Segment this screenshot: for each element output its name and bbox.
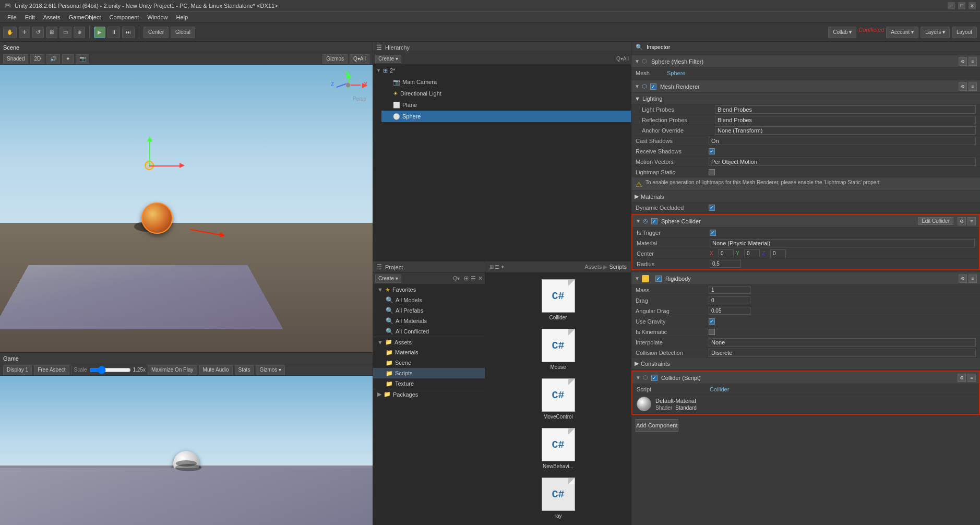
menu-component[interactable]: Component — [105, 11, 143, 23]
rotate-tool-btn[interactable]: ↺ — [32, 27, 44, 38]
dynamic-occluded-checkbox[interactable] — [709, 205, 715, 211]
script-movecontrol[interactable]: C# MoveControl — [489, 376, 627, 422]
aspect-btn[interactable]: Free Aspect — [34, 365, 69, 375]
add-component-btn[interactable]: Add Component — [636, 419, 678, 432]
rigidbody-check[interactable] — [655, 276, 662, 282]
stats-btn[interactable]: Stats — [235, 365, 254, 375]
hierarchy-item-dirlight[interactable]: ☀ Directional Light — [381, 88, 631, 99]
hierarchy-item-maincamera[interactable]: 📷 Main Camera — [381, 76, 631, 88]
center-z[interactable] — [770, 249, 786, 257]
scene-folder[interactable]: 📁 Scene — [373, 357, 485, 368]
hierarchy-item-scene[interactable]: ▼ ⊞ 2* — [373, 65, 631, 76]
lightmap-static-checkbox[interactable] — [709, 169, 715, 175]
gizmos-btn[interactable]: Gizmos — [322, 54, 348, 64]
mesh-filter-header[interactable]: ▼ ⬡ Sphere (Mesh Filter) ⚙ ≡ — [631, 55, 980, 68]
script-value[interactable]: Collider — [710, 386, 975, 392]
spherecollider-check[interactable] — [651, 218, 658, 224]
scene-tab[interactable]: Scene — [3, 44, 19, 51]
meshfilter-settings-btn[interactable]: ⚙ — [959, 57, 967, 66]
project-close-icon[interactable]: ✕ — [478, 275, 483, 282]
step-btn[interactable]: ⏭ — [122, 27, 135, 38]
menu-gameobject[interactable]: GameObject — [65, 11, 105, 23]
hierarchy-item-plane[interactable]: ⬜ Plane — [381, 99, 631, 111]
play-btn[interactable]: ▶ — [94, 27, 105, 38]
fav-all-materials[interactable]: 🔍 All Materials — [373, 316, 485, 326]
hierarchy-create-btn[interactable]: Create ▾ — [375, 55, 401, 63]
fav-all-models[interactable]: 🔍 All Models — [373, 295, 485, 305]
scene-canvas[interactable]: Y X Z Persp — [0, 65, 373, 352]
colliderscript-check[interactable] — [651, 375, 658, 381]
materials-section[interactable]: ▶ Materials — [631, 191, 980, 202]
hand-tool-btn[interactable]: ✋ — [3, 27, 17, 38]
mass-value[interactable] — [709, 286, 750, 294]
is-kinematic-checkbox[interactable] — [709, 329, 715, 335]
fav-all-conflicted[interactable]: 🔍 All Conflicted — [373, 326, 485, 337]
is-trigger-checkbox[interactable] — [710, 230, 716, 236]
project-list-icon[interactable]: ☰ — [471, 275, 476, 282]
menu-edit[interactable]: Edit — [21, 11, 39, 23]
colliderscript-menu-btn[interactable]: ≡ — [967, 374, 976, 382]
texture-folder[interactable]: 📁 Texture — [373, 378, 485, 389]
reflection-probes-value[interactable]: Blend Probes — [715, 116, 976, 124]
view-toggle-2[interactable]: ☰ — [495, 264, 499, 270]
view-toggle-1[interactable]: ⊞ — [489, 264, 494, 270]
mute-btn[interactable]: Mute Audio — [199, 365, 233, 375]
cast-shadows-value[interactable]: On — [709, 137, 976, 145]
scale-slider[interactable] — [89, 366, 131, 374]
use-gravity-checkbox[interactable] — [709, 318, 715, 325]
all-btn[interactable]: Q▾All — [350, 54, 369, 64]
spherecollider-settings-btn[interactable]: ⚙ — [958, 217, 966, 225]
display-btn[interactable]: Display 1 — [3, 365, 32, 375]
meshrenderer-settings-btn[interactable]: ⚙ — [959, 82, 967, 91]
scene-camera-btn[interactable]: 📷 — [76, 54, 89, 64]
close-btn[interactable]: ✕ — [969, 2, 976, 9]
project-create-btn[interactable]: Create ▾ — [375, 275, 401, 283]
menu-file[interactable]: File — [3, 11, 21, 23]
packages-folder[interactable]: ▶ 📁 Packages — [373, 389, 485, 399]
meshrenderer-check[interactable] — [650, 83, 656, 90]
collider-script-header[interactable]: ▼ ⬡ Collider (Script) ⚙ ≡ — [632, 372, 979, 384]
script-mouse[interactable]: C# Mouse — [489, 327, 627, 372]
script-newbehaviour[interactable]: C# NewBehavi... — [489, 426, 627, 471]
audio-btn[interactable]: 🔊 — [46, 54, 60, 64]
constraints-section[interactable]: ▶ Constraints — [631, 358, 980, 369]
favorites-folder[interactable]: ▼ ★ Favorites — [373, 284, 485, 295]
edit-collider-btn[interactable]: Edit Collider — [918, 217, 953, 225]
inspector-tab[interactable]: 🔍 Inspector — [636, 44, 670, 51]
motion-vectors-value[interactable]: Per Object Motion — [709, 158, 976, 166]
menu-help[interactable]: Help — [172, 11, 192, 23]
spherecollider-menu-btn[interactable]: ≡ — [967, 217, 976, 225]
collision-detection-value[interactable]: Discrete — [709, 349, 976, 357]
assets-folder[interactable]: ▼ 📁 Assets — [373, 337, 485, 347]
pause-btn[interactable]: ⏸ — [107, 27, 120, 38]
game-canvas[interactable] — [0, 376, 373, 525]
angular-drag-value[interactable] — [709, 307, 750, 315]
hierarchy-item-sphere[interactable]: ⚪ Sphere — [381, 111, 631, 122]
scripts-folder[interactable]: 📁 Scripts — [373, 368, 485, 378]
collab-btn[interactable]: Collab ▾ — [828, 27, 856, 38]
radius-value[interactable] — [710, 260, 741, 268]
account-btn[interactable]: Account ▾ — [886, 27, 918, 38]
layout-btn[interactable]: Layout — [952, 27, 977, 38]
menu-assets[interactable]: Assets — [39, 11, 65, 23]
lighting-section[interactable]: ▼ Lighting — [631, 93, 980, 104]
light-probes-value[interactable]: Blend Probes — [715, 105, 976, 114]
anchor-override-value[interactable]: None (Transform) — [715, 126, 976, 135]
script-collider[interactable]: C# Collider — [489, 277, 627, 323]
drag-value[interactable] — [709, 296, 750, 304]
rigidbody-menu-btn[interactable]: ≡ — [969, 275, 977, 283]
collider-material-value[interactable]: None (Physic Material) — [710, 239, 975, 247]
project-view-icon[interactable]: ⊞ — [464, 275, 469, 282]
game-gizmos-btn[interactable]: Gizmos ▾ — [256, 365, 285, 375]
game-tab[interactable]: Game — [3, 355, 19, 362]
2d-btn[interactable]: 2D — [30, 54, 44, 64]
materials-folder[interactable]: 📁 Materials — [373, 347, 485, 357]
interpolate-value[interactable]: None — [709, 338, 976, 347]
fx-btn[interactable]: ✦ — [62, 54, 74, 64]
colliderscript-settings-btn[interactable]: ⚙ — [958, 374, 966, 382]
view-toggle-3[interactable]: ✦ — [500, 264, 505, 270]
meshfilter-menu-btn[interactable]: ≡ — [969, 57, 977, 66]
center-btn[interactable]: Center — [144, 27, 169, 38]
maximize-btn[interactable]: Maximize On Play — [148, 365, 197, 375]
layers-btn[interactable]: Layers ▾ — [921, 27, 950, 38]
